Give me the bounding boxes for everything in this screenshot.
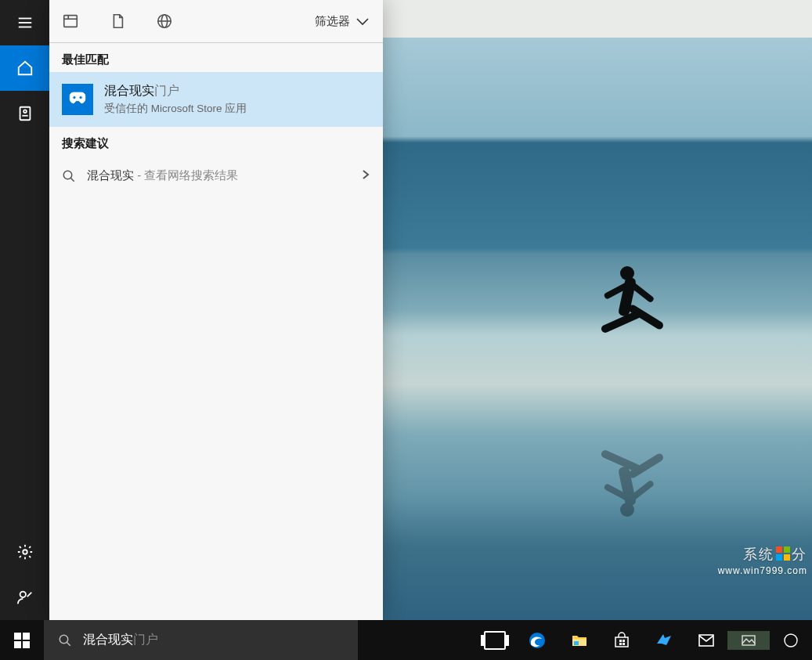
mail-app-button[interactable] — [685, 631, 727, 650]
edge-icon — [528, 631, 547, 650]
edge-app-button[interactable] — [516, 631, 558, 650]
notebook-button[interactable] — [0, 91, 49, 136]
search-typed-text: 混合现实门户 — [83, 632, 158, 648]
svg-point-6 — [23, 550, 27, 554]
store-app-button[interactable] — [601, 631, 643, 650]
photo-icon — [739, 631, 758, 650]
web-scope-icon[interactable] — [156, 13, 173, 30]
filter-label: 筛选器 — [315, 14, 350, 29]
taskbar-search-box[interactable]: 混合现实门户 — [44, 620, 358, 660]
taskbar: 混合现实门户 — [0, 620, 812, 660]
folder-icon — [570, 631, 589, 650]
best-match-title: 混合现实门户 — [104, 83, 247, 99]
svg-line-17 — [70, 178, 74, 182]
panel-header: 筛选器 — [49, 0, 383, 43]
search-icon — [58, 633, 72, 647]
home-button[interactable] — [0, 45, 49, 91]
svg-line-23 — [67, 642, 70, 646]
svg-rect-8 — [64, 16, 78, 27]
svg-rect-26 — [574, 641, 579, 645]
chevron-down-icon — [355, 16, 370, 27]
apps-scope-icon[interactable] — [62, 13, 79, 30]
search-results-panel: 筛选器 最佳匹配 混合现实门户 受信任的 Microsoft Store 应用 … — [49, 0, 383, 620]
svg-rect-19 — [23, 633, 30, 640]
watermark-sub: www.win7999.com — [718, 565, 807, 576]
app-grey-button[interactable] — [727, 631, 770, 650]
svg-rect-21 — [23, 641, 30, 648]
task-view-icon — [484, 631, 506, 650]
settings-button[interactable] — [0, 529, 49, 575]
svg-rect-30 — [623, 643, 625, 645]
hamburger-menu-button[interactable] — [0, 0, 49, 45]
generic-app-icon — [781, 631, 800, 650]
suggestion-text: 混合现实 - 查看网络搜索结果 — [87, 168, 238, 183]
filter-dropdown[interactable]: 筛选器 — [315, 14, 370, 29]
svg-rect-29 — [619, 643, 622, 645]
svg-point-7 — [20, 592, 25, 597]
web-search-suggestion[interactable]: 混合现实 - 查看网络搜索结果 — [49, 156, 383, 196]
mixed-reality-app-icon — [62, 84, 93, 115]
watermark-main: 系统分 — [743, 546, 807, 562]
app-partial-button[interactable] — [770, 631, 812, 650]
cortana-rail — [0, 0, 49, 620]
best-match-label: 最佳匹配 — [49, 43, 383, 72]
search-icon — [62, 169, 76, 183]
search-suggestions-label: 搜索建议 — [49, 127, 383, 156]
svg-rect-27 — [619, 640, 622, 642]
svg-rect-18 — [14, 633, 21, 640]
file-explorer-button[interactable] — [558, 631, 601, 650]
task-view-button[interactable] — [474, 631, 516, 650]
documents-scope-icon[interactable] — [109, 13, 126, 30]
svg-point-4 — [23, 110, 27, 113]
feedback-button[interactable] — [0, 575, 49, 620]
svg-rect-28 — [623, 640, 625, 642]
chevron-right-icon — [361, 169, 370, 182]
svg-point-15 — [79, 96, 82, 99]
svg-point-22 — [60, 635, 68, 644]
svg-point-14 — [73, 96, 76, 99]
microsoft-logo-icon — [776, 546, 790, 561]
svg-point-33 — [785, 634, 797, 647]
best-match-result[interactable]: 混合现实门户 受信任的 Microsoft Store 应用 — [49, 72, 383, 127]
start-button[interactable] — [0, 620, 44, 660]
mail-icon — [697, 631, 716, 650]
app-blue-button[interactable] — [643, 631, 685, 650]
svg-point-16 — [63, 171, 72, 179]
store-icon — [612, 631, 631, 650]
bird-icon — [655, 631, 673, 650]
svg-rect-20 — [14, 641, 21, 648]
best-match-subtitle: 受信任的 Microsoft Store 应用 — [104, 102, 247, 116]
watermark-text: 系统分 www.win7999.com — [718, 545, 807, 576]
